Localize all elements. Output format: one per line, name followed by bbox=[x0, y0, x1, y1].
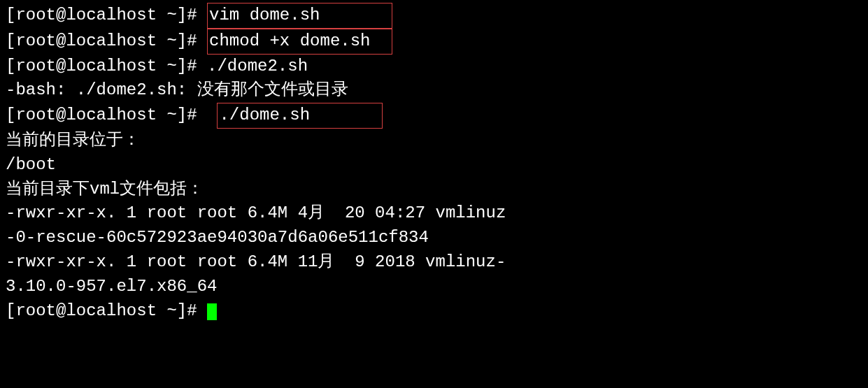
output-heading-1: 当前的目录位于： bbox=[6, 129, 862, 153]
shell-prompt: [root@localhost ~]# bbox=[6, 6, 207, 24]
terminal-line-prompt[interactable]: [root@localhost ~]# bbox=[6, 299, 862, 324]
terminal-line-2: [root@localhost ~]# chmod +x dome.sh bbox=[6, 29, 862, 55]
cmd-run-wrong: ./dome2.sh bbox=[207, 57, 308, 76]
file-listing-1b: -0-rescue-60c572923ae94030a7d6a06e511cf8… bbox=[6, 226, 862, 250]
space bbox=[207, 106, 217, 124]
file-listing-2b: 3.10.0-957.el7.x86_64 bbox=[6, 275, 862, 299]
cmd-vim: vim dome.sh bbox=[207, 3, 392, 29]
shell-prompt: [root@localhost ~]# bbox=[6, 106, 207, 124]
cursor-icon bbox=[207, 303, 217, 320]
terminal-line-4-error: -bash: ./dome2.sh: 没有那个文件或目录 bbox=[6, 78, 862, 103]
file-listing-2a: -rwxr-xr-x. 1 root root 6.4M 11月 9 2018 … bbox=[6, 250, 862, 275]
terminal-line-1: [root@localhost ~]# vim dome.sh bbox=[6, 3, 862, 29]
shell-prompt: [root@localhost ~]# bbox=[6, 57, 207, 76]
output-dir: /boot bbox=[6, 153, 862, 178]
shell-prompt: [root@localhost ~]# bbox=[6, 31, 207, 50]
terminal-line-5: [root@localhost ~]# ./dome.sh bbox=[6, 103, 862, 129]
cmd-run-dome: ./dome.sh bbox=[217, 103, 382, 129]
file-listing-1a: -rwxr-xr-x. 1 root root 6.4M 4月 20 04:27… bbox=[6, 201, 862, 226]
cmd-chmod: chmod +x dome.sh bbox=[207, 29, 392, 55]
shell-prompt: [root@localhost ~]# bbox=[6, 301, 207, 320]
output-heading-2: 当前目录下vml文件包括： bbox=[6, 178, 862, 202]
terminal-line-3: [root@localhost ~]# ./dome2.sh bbox=[6, 55, 862, 79]
